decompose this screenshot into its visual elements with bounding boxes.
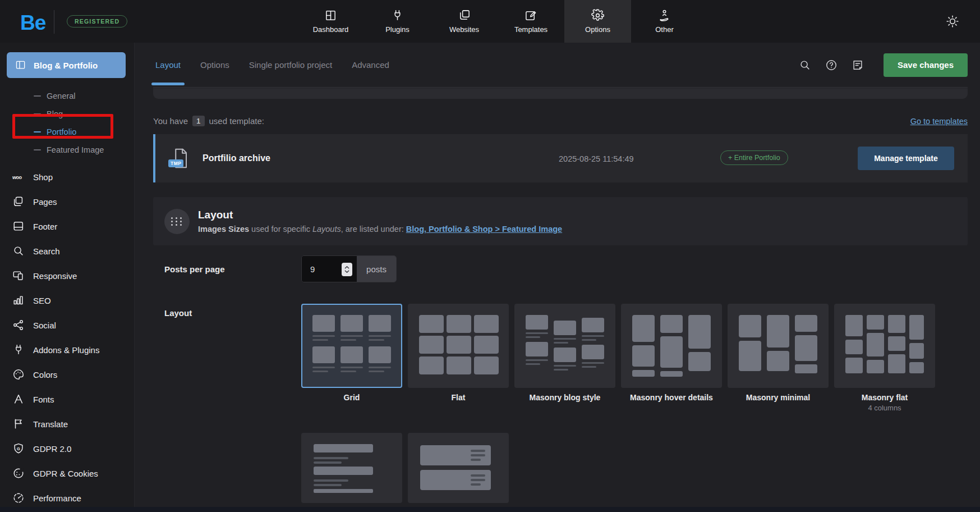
sidebar-item-label: Search: [33, 246, 60, 256]
help-icon[interactable]: [825, 59, 838, 71]
tabs: Layout Options Single portfolio project …: [155, 57, 389, 73]
layout-option-masonry-blog-style[interactable]: Masonry blog style: [514, 304, 615, 412]
nav-options[interactable]: Options: [564, 0, 631, 43]
tab-layout[interactable]: Layout: [155, 57, 181, 73]
sidebar-item-responsive[interactable]: Responsive: [0, 263, 134, 288]
nav-templates[interactable]: Templates: [498, 0, 564, 43]
featured-image-link[interactable]: Blog, Portfolio & Shop > Featured Image: [406, 225, 562, 234]
template-timestamp: 2025-08-25 11:54:49: [559, 154, 634, 163]
nav-label: Websites: [449, 25, 479, 34]
search-icon[interactable]: [799, 59, 811, 71]
layout-option-sublabel: 4 columns: [834, 404, 935, 412]
tab-advanced[interactable]: Advanced: [352, 57, 389, 73]
number-stepper[interactable]: [342, 263, 352, 276]
layout-thumbnail: [514, 304, 615, 388]
gear-icon: [591, 9, 604, 22]
stacked-pages-icon: [458, 9, 471, 22]
layout-option-label: Masonry blog style: [514, 393, 615, 402]
layout-thumbnail: [728, 304, 829, 388]
plug-icon: [391, 9, 404, 22]
notes-icon[interactable]: [852, 59, 864, 71]
theme-toggle-sun-icon[interactable]: [945, 14, 960, 29]
subitem-label: Blog: [47, 109, 63, 118]
sidebar-item-label: Performance: [33, 493, 81, 503]
desc-text: used for specific: [249, 225, 312, 234]
nav-label: Other: [655, 25, 674, 34]
tmp-badge: TMP: [168, 159, 183, 167]
sidebar-item-search[interactable]: Search: [0, 239, 134, 263]
posts-per-page-row: Posts per page posts: [153, 255, 968, 282]
dash-icon: [34, 113, 41, 115]
tab-single-portfolio-project[interactable]: Single portfolio project: [249, 57, 332, 73]
layout-option-label: Flat: [408, 393, 509, 402]
dash-icon: [34, 149, 41, 150]
layout-option-label: Grid: [301, 393, 402, 402]
section-title: Layout: [198, 209, 562, 221]
sidebar-item-translate[interactable]: Translate: [0, 412, 134, 436]
layout-picker-label: Layout: [153, 308, 301, 318]
layout-option-masonry-minimal[interactable]: Masonry minimal: [728, 304, 829, 412]
layout-option-flat[interactable]: Flat: [408, 304, 509, 412]
layout-option-grid[interactable]: Grid: [301, 304, 402, 412]
sidebar-item-colors[interactable]: Colors: [0, 362, 134, 387]
nav-label: Dashboard: [313, 25, 349, 34]
bar-chart-icon: [12, 294, 25, 307]
sidebar-item-label: Colors: [33, 370, 57, 380]
tab-options[interactable]: Options: [200, 57, 229, 73]
sidebar-subitem-general[interactable]: General: [0, 87, 134, 105]
layout-option-label: Masonry hover details: [621, 393, 722, 402]
sidebar-item-footer[interactable]: Footer: [0, 214, 134, 239]
layout-thumbnail: [301, 433, 402, 503]
section-description: Images Sizes used for specific Layouts, …: [198, 225, 562, 234]
sidebar-subitem-featured-image[interactable]: Featured Image: [0, 141, 134, 159]
be-logo[interactable]: Be: [20, 11, 45, 35]
top-navigation: Dashboard Plugins Websites Templates Opt…: [297, 0, 698, 43]
posts-per-page-group: posts: [301, 255, 397, 282]
layout-thumbnail: [834, 304, 935, 388]
sidebar-item-addons-plugins[interactable]: Addons & Plugins: [0, 337, 134, 362]
main-content: Layout Options Single portfolio project …: [135, 43, 980, 507]
sidebar-item-shop[interactable]: wooShop: [0, 164, 134, 189]
layout-options: Grid Flat Masonry blog style: [301, 304, 968, 507]
subitem-label: Featured Image: [47, 145, 104, 154]
layout-option-list-style[interactable]: [301, 433, 402, 507]
sidebar-item-label: Footer: [33, 222, 57, 231]
used-templates-suffix: used template:: [209, 116, 264, 126]
sidebar-item-seo[interactable]: SEO: [0, 288, 134, 313]
search-icon: [12, 245, 25, 257]
plug-icon: [12, 344, 25, 356]
bottom-edge-strip: [0, 507, 980, 512]
nav-dashboard[interactable]: Dashboard: [297, 0, 364, 43]
posts-per-page-label: Posts per page: [153, 264, 301, 274]
layout-option-masonry-flat[interactable]: Masonry flat 4 columns: [834, 304, 935, 412]
share-icon: [12, 319, 25, 331]
sidebar-item-blog-portfolio[interactable]: Blog & Portfolio: [7, 52, 126, 78]
layout-option-list-flat[interactable]: [408, 433, 509, 507]
go-to-templates-link[interactable]: Go to templates: [910, 117, 968, 126]
layout-option-masonry-hover-details[interactable]: Masonry hover details: [621, 304, 722, 412]
pages-icon: [12, 195, 25, 208]
nav-websites[interactable]: Websites: [431, 0, 498, 43]
sidebar-item-gdpr-cookies[interactable]: GDPR & Cookies: [0, 461, 134, 486]
sidebar-item-pages[interactable]: Pages: [0, 189, 134, 214]
sidebar-subitem-blog[interactable]: Blog: [0, 105, 134, 123]
drag-handle-icon[interactable]: [164, 209, 190, 234]
sidebar-item-gdpr2[interactable]: GGDPR 2.0: [0, 436, 134, 461]
sidebar-item-fonts[interactable]: Fonts: [0, 387, 134, 412]
woo-icon: woo: [12, 171, 25, 183]
devices-icon: [12, 269, 25, 282]
sidebar-subitem-portfolio[interactable]: Portfolio: [0, 123, 134, 141]
sidebar-active-label: Blog & Portfolio: [34, 61, 98, 70]
brand-divider: [54, 10, 54, 34]
save-changes-button[interactable]: Save changes: [884, 53, 968, 77]
sidebar-item-label: Addons & Plugins: [33, 345, 99, 355]
layout-option-label: Masonry minimal: [728, 393, 829, 402]
manage-template-button[interactable]: Manage template: [858, 147, 954, 170]
desc-bold: Images Sizes: [198, 225, 249, 234]
subitem-label: Portfolio: [47, 127, 76, 136]
registered-badge: REGISTERED: [67, 15, 127, 28]
sidebar-item-social[interactable]: Social: [0, 313, 134, 337]
nav-plugins[interactable]: Plugins: [364, 0, 431, 43]
nav-other[interactable]: Other: [631, 0, 698, 43]
betheme-options-screen: Be REGISTERED Dashboard Plugins Websites…: [0, 0, 980, 512]
